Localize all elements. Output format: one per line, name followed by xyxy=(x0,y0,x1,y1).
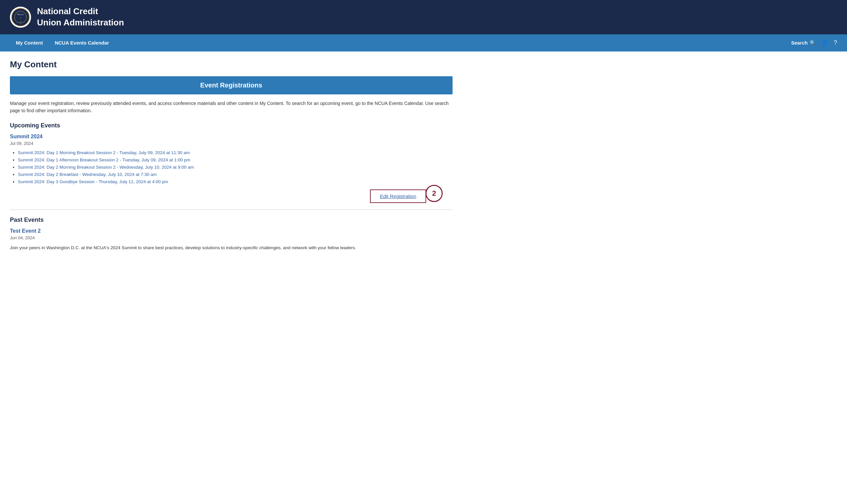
search-button[interactable]: Search 🔍 xyxy=(791,40,816,46)
session-link-4[interactable]: Summit 2024: Day 2 Breakfast - Wednesday… xyxy=(18,172,157,177)
org-name: National Credit Union Administration xyxy=(37,6,124,29)
past-event-date: Jun 04, 2024 xyxy=(10,235,453,240)
session-list: Summit 2024: Day 1 Morning Breakout Sess… xyxy=(10,150,453,184)
search-icon: 🔍 xyxy=(810,40,816,46)
past-event-title-link[interactable]: Test Event 2 xyxy=(10,228,41,234)
main-navbar: My Content NCUA Events Calendar Search 🔍… xyxy=(0,34,847,52)
event-registrations-banner: Event Registrations xyxy=(10,76,453,94)
past-events-section: Past Events Test Event 2 Jun 04, 2024 Jo… xyxy=(10,217,453,252)
edit-registration-link[interactable]: Edit Registration xyxy=(380,193,416,199)
nav-events-calendar[interactable]: NCUA Events Calendar xyxy=(49,34,115,52)
session-link-2[interactable]: Summit 2024: Day 1 Afternoon Breakout Se… xyxy=(18,158,190,162)
upcoming-events-section: Upcoming Events Summit 2024 Jul 09, 2024… xyxy=(10,122,453,203)
site-header: NCUA ★ 1934 National Credit Union Admini… xyxy=(0,0,847,34)
past-event-description: Join your peers in Washington D.C. at th… xyxy=(10,244,453,252)
event-item-summit-2024: Summit 2024 Jul 09, 2024 Summit 2024: Da… xyxy=(10,134,453,203)
session-link-3[interactable]: Summit 2024: Day 2 Morning Breakout Sess… xyxy=(18,165,194,170)
annotation-circle-2: 2 xyxy=(426,185,443,202)
list-item: Summit 2024: Day 1 Morning Breakout Sess… xyxy=(18,150,453,155)
svg-text:1934: 1934 xyxy=(19,21,22,22)
event-title-link-summit[interactable]: Summit 2024 xyxy=(10,134,42,140)
event-date-summit: Jul 09, 2024 xyxy=(10,141,453,146)
search-label: Search xyxy=(791,40,808,46)
svg-text:NCUA: NCUA xyxy=(17,13,24,16)
section-divider xyxy=(10,210,453,210)
org-logo: NCUA ★ 1934 xyxy=(10,6,31,28)
list-item: Summit 2024: Day 2 Breakfast - Wednesday… xyxy=(18,172,453,177)
past-event-item-test-event-2: Test Event 2 Jun 04, 2024 Join your peer… xyxy=(10,228,453,252)
session-link-5[interactable]: Summit 2024: Day 3 Goodbye Session - Thu… xyxy=(18,179,168,184)
past-events-heading: Past Events xyxy=(10,217,453,223)
session-link-1[interactable]: Summit 2024: Day 1 Morning Breakout Sess… xyxy=(18,150,190,155)
description-text: Manage your event registration, review p… xyxy=(10,100,453,114)
edit-registration-area: Edit Registration 2 xyxy=(10,190,453,203)
main-content: My Content Event Registrations Manage yo… xyxy=(0,52,847,259)
list-item: Summit 2024: Day 3 Goodbye Session - Thu… xyxy=(18,179,453,184)
page-title: My Content xyxy=(10,59,453,70)
help-icon[interactable]: ? xyxy=(834,39,837,46)
upcoming-events-heading: Upcoming Events xyxy=(10,122,453,129)
edit-registration-box: Edit Registration 2 xyxy=(370,190,426,203)
list-item: Summit 2024: Day 2 Morning Breakout Sess… xyxy=(18,164,453,170)
list-item: Summit 2024: Day 1 Afternoon Breakout Se… xyxy=(18,157,453,162)
user-icon[interactable]: 👤 xyxy=(821,39,829,47)
nav-my-content[interactable]: My Content xyxy=(10,34,49,52)
